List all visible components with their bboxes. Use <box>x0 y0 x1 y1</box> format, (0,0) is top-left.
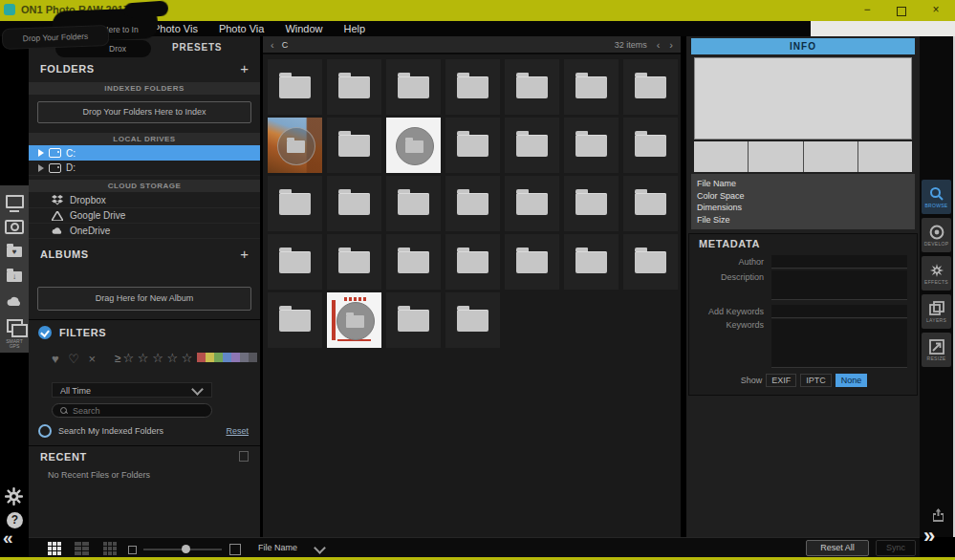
expand-triangle-icon[interactable] <box>38 164 44 172</box>
date-range-dropdown[interactable]: All Time <box>52 382 212 398</box>
smart-albums-icon[interactable] <box>0 313 29 338</box>
grid-cell-folder[interactable] <box>623 118 678 173</box>
color-swatch[interactable] <box>231 353 240 362</box>
grid-cell-photo[interactable] <box>268 118 322 173</box>
grid-cell-folder[interactable] <box>268 176 322 231</box>
drive-row-c[interactable]: C: <box>29 145 260 161</box>
settings-gear-icon[interactable] <box>5 487 23 506</box>
show-option-none[interactable]: None <box>836 374 868 387</box>
grid-cell-folder[interactable] <box>505 234 559 290</box>
show-option-exif[interactable]: EXIF <box>766 374 796 387</box>
menu-item-help[interactable]: Help <box>344 23 366 34</box>
import-folder-icon[interactable]: ↓ <box>0 264 29 289</box>
like-filter-icons[interactable]: ♥ ♡ × <box>52 352 98 366</box>
export-icon[interactable] <box>931 508 945 522</box>
search-input[interactable] <box>71 405 199 417</box>
grid-cell-folder[interactable] <box>327 234 381 290</box>
collapse-left-panel-icon[interactable]: « <box>3 528 13 549</box>
grid-view-button[interactable] <box>48 542 61 555</box>
search-field[interactable] <box>52 403 212 418</box>
grid-cell-folder[interactable] <box>623 176 678 231</box>
expand-triangle-icon[interactable] <box>38 149 44 157</box>
grid-cell-document[interactable] <box>327 292 381 348</box>
color-swatch[interactable] <box>249 353 257 362</box>
grid-cell-folder[interactable] <box>445 118 500 173</box>
module-browse[interactable]: BROWSE <box>922 180 951 214</box>
grid-cell-folder[interactable] <box>623 234 678 290</box>
cloud-icon[interactable] <box>0 289 29 313</box>
description-input[interactable] <box>771 270 907 300</box>
breadcrumb[interactable]: C <box>282 40 289 50</box>
expand-right-panel-icon[interactable]: » <box>923 524 935 549</box>
grid-cell-folder[interactable] <box>445 59 500 115</box>
add-album-button[interactable]: + <box>240 248 249 260</box>
cloud-row-google-drive[interactable]: Google Drive <box>29 208 260 224</box>
grid-cell-folder[interactable] <box>445 176 500 231</box>
color-swatch[interactable] <box>197 353 206 362</box>
show-option-iptc[interactable]: IPTC <box>800 374 832 387</box>
grid-cell-folder[interactable] <box>623 59 678 115</box>
grid-cell-folder[interactable] <box>564 118 619 173</box>
reset-all-button[interactable]: Reset All <box>806 540 869 556</box>
star-rating-filter[interactable]: ≥☆ ☆ ☆ ☆ ☆ <box>115 351 192 365</box>
reset-filters-link[interactable]: Reset <box>226 426 249 436</box>
clear-recent-icon[interactable] <box>239 451 249 462</box>
grid-cell-folder[interactable] <box>564 176 619 231</box>
keywords-input[interactable] <box>771 319 907 368</box>
grid-cell-folder[interactable] <box>386 176 441 231</box>
grid-cell-folder[interactable] <box>564 59 619 115</box>
search-indexed-toggle[interactable]: Search My Indexed Folders <box>38 424 163 438</box>
grid-cell-folder[interactable] <box>564 234 619 290</box>
grid-cell-folder[interactable] <box>268 234 322 290</box>
grid-cell-folder[interactable] <box>505 59 559 115</box>
grid-cell-folder[interactable] <box>268 59 322 115</box>
grid-cell-folder[interactable] <box>505 176 559 231</box>
grid-cell-folder[interactable] <box>327 59 381 115</box>
minimize-button[interactable]: − <box>855 3 879 18</box>
close-button[interactable]: × <box>923 3 948 18</box>
module-develop[interactable]: DEVELOP <box>922 218 951 252</box>
new-album-drop-zone[interactable]: Drag Here for New Album <box>37 287 251 311</box>
menu-item-photo-via[interactable]: Photo Via <box>219 23 265 34</box>
grid-cell-folder[interactable] <box>386 234 441 290</box>
add-keywords-input[interactable] <box>771 305 907 318</box>
sort-dropdown[interactable]: File Name <box>258 543 297 552</box>
breadcrumb-back-icon[interactable]: ‹ <box>271 39 274 51</box>
cloud-row-onedrive[interactable]: OneDrive <box>29 224 260 239</box>
thumb-size-slider-knob[interactable] <box>182 545 190 553</box>
grid-cell-folder[interactable] <box>327 176 381 231</box>
tab-presets[interactable]: PRESETS <box>172 42 222 53</box>
module-effects[interactable]: EFFECTS <box>922 256 951 291</box>
grid-cell-folder[interactable] <box>386 59 441 115</box>
filters-checkbox[interactable] <box>38 326 52 339</box>
color-swatch[interactable] <box>240 353 249 362</box>
cloud-row-dropbox[interactable]: Dropbox <box>29 193 260 208</box>
module-layers[interactable]: LAYERS <box>922 294 951 329</box>
drop-folders-index-zone[interactable]: Drop Your Folders Here to Index <box>37 101 251 123</box>
filmstrip-view-button[interactable] <box>103 542 117 555</box>
grid-cell-folder[interactable] <box>327 118 381 173</box>
grid-cell-folder[interactable] <box>268 292 322 348</box>
menu-item-photo-vis[interactable]: Photo Vis <box>153 23 198 34</box>
pictures-folder-icon[interactable]: ♥ <box>0 239 29 264</box>
detail-view-button[interactable] <box>75 542 89 555</box>
desktop-icon[interactable] <box>0 189 29 214</box>
grid-cell-white[interactable] <box>386 118 441 173</box>
radio-icon[interactable] <box>38 424 52 438</box>
next-page-icon[interactable]: › <box>669 39 673 51</box>
menu-item-window[interactable]: Window <box>285 23 322 34</box>
camera-icon[interactable] <box>0 214 29 239</box>
author-input[interactable] <box>771 255 907 269</box>
grid-cell-folder[interactable] <box>445 234 500 290</box>
maximize-button[interactable] <box>889 3 914 18</box>
color-swatch[interactable] <box>214 353 223 362</box>
drive-row-d[interactable]: D: <box>29 161 260 176</box>
grid-cell-folder[interactable] <box>505 118 559 173</box>
color-label-filter[interactable] <box>197 353 257 362</box>
color-swatch[interactable] <box>223 353 231 362</box>
help-icon[interactable]: ? <box>7 512 23 528</box>
grid-cell-folder[interactable] <box>445 292 500 348</box>
add-folder-button[interactable]: + <box>240 63 249 75</box>
prev-page-icon[interactable]: ‹ <box>657 39 661 51</box>
sync-button[interactable]: Sync <box>876 540 916 556</box>
